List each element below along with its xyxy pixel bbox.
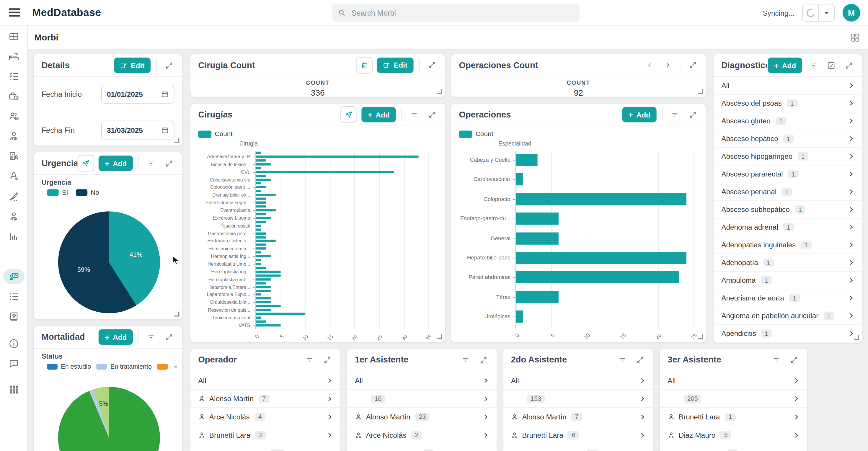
bar[interactable] <box>256 186 266 189</box>
bar[interactable] <box>256 202 266 204</box>
expand-icon[interactable] <box>686 59 699 72</box>
fecha-fin-input[interactable]: 31/03/2025 <box>101 121 175 139</box>
bar[interactable] <box>516 213 559 225</box>
bar[interactable] <box>256 286 271 288</box>
sidebar-item-scalpel-icon[interactable] <box>0 191 28 202</box>
mortalidad-pie-chart[interactable]: 5% <box>58 386 161 451</box>
bar[interactable] <box>256 163 271 166</box>
list-item[interactable]: 205 <box>660 390 807 408</box>
list-item[interactable]: All <box>714 77 862 95</box>
search-box[interactable] <box>332 4 580 22</box>
list-item[interactable]: Arce Nicolás4 <box>190 408 340 426</box>
filter-icon[interactable] <box>144 330 158 344</box>
bar[interactable] <box>516 154 537 166</box>
bar[interactable] <box>256 228 261 231</box>
list-item[interactable]: 153 <box>503 390 653 408</box>
add-button[interactable]: +Add <box>768 58 802 73</box>
sidebar-item-apps-icon[interactable] <box>0 384 28 395</box>
expand-icon[interactable] <box>633 353 647 366</box>
expand-icon[interactable] <box>686 108 699 121</box>
bar[interactable] <box>256 290 271 292</box>
bar[interactable] <box>256 217 271 219</box>
bar[interactable] <box>256 156 418 158</box>
add-button[interactable]: +Add <box>99 329 133 345</box>
bar[interactable] <box>256 213 266 216</box>
add-button[interactable]: +Add <box>361 107 396 123</box>
list-item[interactable]: Alonso Martín7 <box>190 390 340 408</box>
filter-icon[interactable] <box>668 108 681 121</box>
bar[interactable] <box>256 225 261 227</box>
fecha-inicio-input[interactable]: 01/01/2025 <box>101 85 175 104</box>
sidebar-item-list-icon[interactable] <box>0 291 28 302</box>
bar[interactable] <box>256 171 394 173</box>
list-item[interactable]: All <box>190 371 340 390</box>
bar[interactable] <box>256 252 261 254</box>
bar[interactable] <box>256 293 261 296</box>
list-item[interactable]: Absceso hipogaringeo1 <box>714 148 862 166</box>
list-item[interactable]: Angioma en pabellón auricular1 <box>714 307 862 325</box>
list-item[interactable]: Calderón Ricardo22 <box>190 445 340 451</box>
list-item[interactable]: Aneurisma de aorta1 <box>714 290 862 307</box>
list-item[interactable]: Adenopatias inguinales1 <box>714 236 862 254</box>
list-item[interactable]: All <box>347 371 497 390</box>
sidebar-item-doctor-icon[interactable] <box>0 131 28 142</box>
layout-grid-icon[interactable] <box>850 32 860 42</box>
bar[interactable] <box>256 248 266 250</box>
resize-handle[interactable] <box>698 334 703 340</box>
bar[interactable] <box>516 252 687 264</box>
add-button[interactable]: +Add <box>99 156 133 171</box>
bar[interactable] <box>256 305 280 307</box>
send-button[interactable] <box>340 106 357 123</box>
legend-item-en-tratamiento[interactable]: En tratamiento <box>97 363 152 370</box>
sidebar-item-info-icon[interactable] <box>0 338 28 350</box>
filter-icon[interactable] <box>144 157 158 170</box>
bar[interactable] <box>516 232 559 245</box>
operaciones-bar-chart[interactable]: 0510152025Cabeza y CuelloCardiovascularC… <box>516 151 694 328</box>
bar[interactable] <box>256 175 266 177</box>
bar[interactable] <box>256 255 271 258</box>
legend-item-no[interactable]: No <box>75 189 99 196</box>
expand-icon[interactable] <box>476 353 490 366</box>
bar[interactable] <box>256 317 261 319</box>
list-item[interactable]: Brunetti Lara2 <box>190 426 340 445</box>
bar[interactable] <box>256 209 275 212</box>
list-item[interactable]: All <box>660 371 807 390</box>
filter-icon[interactable] <box>769 353 783 366</box>
list-item[interactable]: Absceso del psoas1 <box>714 95 862 112</box>
checkbox-icon[interactable] <box>824 59 838 72</box>
list-item[interactable]: Ampuloma1 <box>714 272 862 290</box>
resize-handle[interactable] <box>175 138 180 143</box>
bar[interactable] <box>256 320 266 323</box>
sidebar-item-book-skull-icon[interactable] <box>0 311 28 322</box>
bar[interactable] <box>256 282 266 284</box>
refresh-caret-icon[interactable] <box>818 4 834 21</box>
bar[interactable] <box>256 159 266 162</box>
list-item[interactable]: Alonso Martín23 <box>347 408 497 426</box>
expand-icon[interactable] <box>162 330 175 344</box>
list-item[interactable]: Adenoma adrenal1 <box>714 219 862 236</box>
list-item[interactable]: Absceso subhepático1 <box>714 201 862 219</box>
edit-button[interactable]: Edit <box>377 57 414 73</box>
bar[interactable] <box>256 270 280 273</box>
resize-handle[interactable] <box>698 89 703 94</box>
bar[interactable] <box>256 244 266 246</box>
sidebar-item-briefcase-clock-icon[interactable] <box>0 91 28 102</box>
sidebar-item-chart-bars-icon[interactable] <box>0 231 28 242</box>
bar[interactable] <box>256 183 261 185</box>
list-item[interactable]: Absceso gluteo1 <box>714 112 862 130</box>
sidebar-item-bed-icon[interactable] <box>0 51 28 62</box>
sidebar-item-table-icon[interactable] <box>0 31 28 42</box>
edit-button[interactable]: Edit <box>114 58 151 73</box>
add-button[interactable]: +Add <box>622 107 656 123</box>
bar[interactable] <box>256 267 266 269</box>
expand-icon[interactable] <box>425 108 438 121</box>
filter-icon[interactable] <box>303 353 316 366</box>
bar[interactable] <box>256 301 271 304</box>
expand-icon[interactable] <box>162 157 175 170</box>
legend-prev-icon[interactable]: ◀ <box>173 364 177 369</box>
list-item[interactable]: All <box>503 371 653 390</box>
bar[interactable] <box>256 194 275 196</box>
filter-icon[interactable] <box>807 59 820 72</box>
list-item[interactable]: Absceso hepático1 <box>714 130 862 148</box>
sidebar-item-feedback-icon[interactable] <box>0 358 28 369</box>
